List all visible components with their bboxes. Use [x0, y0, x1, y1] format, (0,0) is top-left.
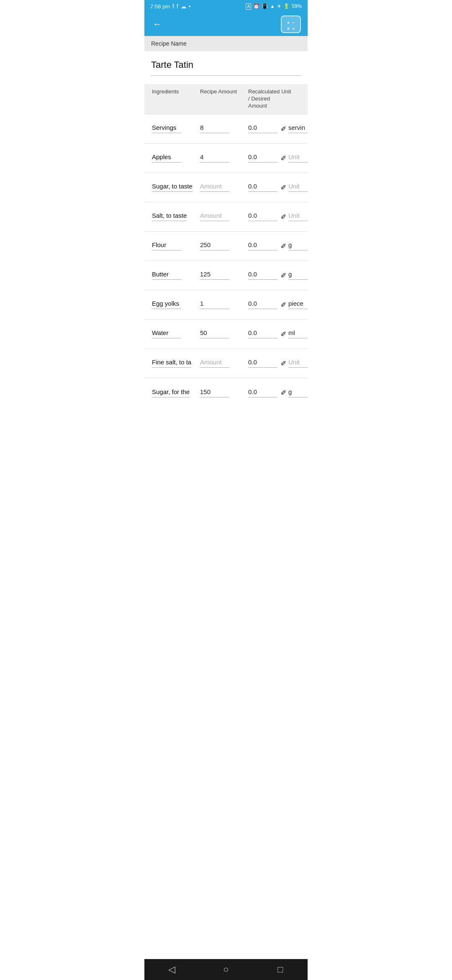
- unit-value: piece: [288, 300, 308, 309]
- recipe-amount-cell[interactable]: 8: [199, 119, 247, 138]
- table-row: Sugar, to tasteAmount0.0✏Unit≡: [144, 173, 308, 202]
- calculator-button[interactable]: +− ×÷: [281, 15, 301, 33]
- signal-icon: ✈: [277, 3, 281, 9]
- recalc-value: 0.0: [248, 388, 277, 397]
- recalc-value: 0.0: [248, 300, 277, 309]
- recalculated-cell: 0.0✏: [247, 266, 288, 285]
- ingredient-name: Egg yolks: [151, 295, 199, 314]
- vibrate-icon: 📳: [262, 3, 268, 9]
- status-left: 7:58 pm f f ☁ •: [150, 3, 190, 10]
- unit-value: Unit: [288, 212, 308, 221]
- ingredient-name: Salt, to taste: [151, 207, 199, 226]
- unit-value: Unit: [288, 153, 308, 162]
- recalculated-cell: 0.0✏: [247, 148, 288, 168]
- unit-value: Unit: [288, 358, 308, 368]
- recipe-amount-cell[interactable]: 50: [199, 324, 247, 343]
- recipe-title: Tarte Tatin: [151, 59, 301, 70]
- unit-value: Unit: [288, 183, 308, 192]
- recalculated-cell: 0.0✏: [247, 295, 288, 314]
- back-button[interactable]: ←: [151, 17, 164, 31]
- recalc-value: 0.0: [248, 183, 277, 192]
- ingredient-name: Sugar, to taste: [151, 178, 199, 197]
- recalculated-cell: 0.0✏: [247, 119, 288, 138]
- header-recalculated: Recalculated / Desired Amount: [247, 87, 280, 111]
- ingredient-list: Servings80.0✏servin≡Apples40.0✏Unit≡Suga…: [144, 114, 308, 407]
- header-recipe-amount: Recipe Amount: [199, 87, 247, 111]
- recalculated-cell: 0.0✏: [247, 383, 288, 402]
- unit-cell: servin≡: [288, 119, 308, 138]
- table-row: Butter1250.0✏g≡: [144, 261, 308, 290]
- recalc-value: 0.0: [248, 241, 277, 250]
- status-bar: 7:58 pm f f ☁ • A ⏰ 📳 ▲ ✈ 🔋 59%: [144, 0, 308, 13]
- recipe-amount-cell[interactable]: Amount: [199, 178, 247, 197]
- ingredient-name: Butter: [151, 266, 199, 285]
- table-row: Servings80.0✏servin≡: [144, 114, 308, 144]
- section-label: Recipe Name: [151, 40, 187, 47]
- table-row: Sugar, for the1500.0✏g≡: [144, 378, 308, 407]
- recipe-amount-cell[interactable]: Amount: [199, 207, 247, 226]
- unit-value: g: [288, 271, 308, 280]
- dot-icon: •: [189, 3, 191, 10]
- recalc-value: 0.0: [248, 271, 277, 280]
- recalc-value: 0.0: [248, 358, 277, 368]
- calculator-icon: +− ×÷: [286, 20, 295, 28]
- unit-cell: Unit≡: [288, 148, 308, 168]
- battery-icon: 🔋: [283, 3, 290, 9]
- table-row: Apples40.0✏Unit≡: [144, 144, 308, 173]
- app-bar: ← +− ×÷: [144, 13, 308, 36]
- unit-value: servin: [288, 124, 308, 133]
- unit-cell: ml≡: [288, 324, 308, 343]
- content-scroll: Tarte Tatin Ingredients Recipe Amount Re…: [144, 51, 308, 433]
- recalculated-cell: 0.0✏: [247, 236, 288, 255]
- table-row: Fine salt, to taAmount0.0✏Unit≡: [144, 349, 308, 378]
- recipe-amount-cell[interactable]: 1: [199, 295, 247, 314]
- recalculated-cell: 0.0✏: [247, 178, 288, 197]
- ingredient-name: Apples: [151, 148, 199, 168]
- recalc-value: 0.0: [248, 124, 277, 133]
- unit-cell: Unit≡: [288, 178, 308, 197]
- unit-cell: Unit≡: [288, 353, 308, 373]
- time: 7:58 pm: [150, 3, 170, 10]
- title-divider: [151, 75, 301, 76]
- status-right: A ⏰ 📳 ▲ ✈ 🔋 59%: [246, 3, 302, 10]
- fb-icon1: f: [172, 3, 174, 10]
- ingredient-name: Sugar, for the: [151, 383, 199, 402]
- unit-value: ml: [288, 329, 308, 338]
- recipe-title-area: Tarte Tatin: [144, 51, 308, 84]
- recalc-value: 0.0: [248, 153, 277, 162]
- header-ingredients: Ingredients: [151, 87, 199, 111]
- table-row: Salt, to tasteAmount0.0✏Unit≡: [144, 202, 308, 232]
- recalculated-cell: 0.0✏: [247, 324, 288, 343]
- recipe-amount-cell[interactable]: 250: [199, 236, 247, 255]
- recipe-amount-cell[interactable]: 125: [199, 266, 247, 285]
- fb-icon2: f: [177, 3, 178, 10]
- auto-icon: A: [246, 3, 251, 10]
- alarm-icon: ⏰: [253, 3, 259, 9]
- table-header: Ingredients Recipe Amount Recalculated /…: [144, 84, 308, 114]
- battery-percent: 59%: [292, 3, 302, 9]
- table-row: Egg yolks10.0✏piece≡: [144, 290, 308, 320]
- unit-cell: Unit≡: [288, 207, 308, 226]
- unit-value: g: [288, 241, 308, 250]
- ingredient-name: Water: [151, 324, 199, 343]
- recalculated-cell: 0.0✏: [247, 207, 288, 226]
- section-label-bar: Recipe Name: [144, 36, 308, 51]
- recipe-amount-cell[interactable]: Amount: [199, 353, 247, 373]
- table-row: Water500.0✏ml≡: [144, 320, 308, 349]
- recalc-value: 0.0: [248, 212, 277, 221]
- header-unit: Unit: [280, 87, 306, 111]
- cloud-icon: ☁: [181, 3, 186, 10]
- unit-value: g: [288, 388, 308, 397]
- ingredient-name: Flour: [151, 236, 199, 255]
- table-row: Flour2500.0✏g≡: [144, 232, 308, 261]
- recalc-value: 0.0: [248, 329, 277, 338]
- recipe-amount-cell[interactable]: 150: [199, 383, 247, 402]
- recipe-amount-cell[interactable]: 4: [199, 148, 247, 168]
- unit-cell: g≡: [288, 383, 308, 402]
- recalculated-cell: 0.0✏: [247, 353, 288, 373]
- unit-cell: piece≡: [288, 295, 308, 314]
- wifi-icon: ▲: [270, 3, 275, 9]
- ingredient-name: Servings: [151, 119, 199, 138]
- ingredient-name: Fine salt, to ta: [151, 353, 199, 373]
- unit-cell: g≡: [288, 266, 308, 285]
